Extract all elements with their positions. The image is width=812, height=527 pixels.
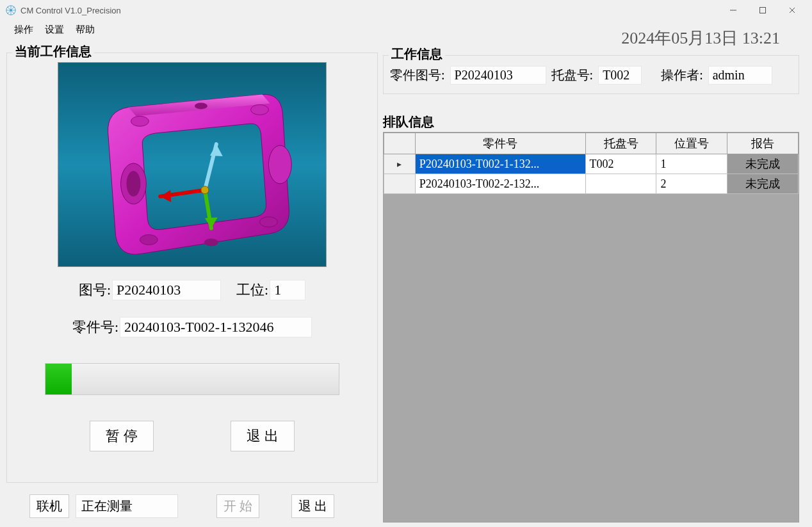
svg-point-12 [140,234,158,245]
status-display: 正在测量 [76,494,178,518]
progress-fill [45,364,72,394]
wi-operator-label: 操作者: [661,67,703,84]
svg-point-10 [131,116,149,126]
cell-tray[interactable]: T002 [585,154,656,174]
svg-point-16 [268,145,291,184]
col-part-header[interactable]: 零件号 [415,133,585,154]
current-work-group: 当前工作信息 [6,53,378,483]
cell-report[interactable]: 未完成 [727,154,799,174]
col-tray-header[interactable]: 托盘号 [585,133,656,154]
window-title: CM Control V1.0_Precision [20,6,121,15]
row-indicator: ▸ [384,154,416,174]
close-button[interactable] [777,0,807,20]
progress-bar [45,363,339,395]
pause-button[interactable]: 暂 停 [90,421,154,451]
drawing-value: P20240103 [112,280,221,300]
start-button[interactable]: 开 始 [216,494,259,518]
datetime-display: 2024年05月13日 13:21 [621,27,780,49]
table-row[interactable]: P20240103-T002-2-132...2未完成 [384,174,799,194]
work-info-group: 工作信息 零件图号: P20240103 托盘号: T002 操作者: admi… [383,55,799,94]
wi-operator-value: admin [708,66,772,85]
row-indicator [384,174,416,194]
svg-marker-24 [210,144,223,156]
minimize-button[interactable] [719,0,748,20]
svg-rect-7 [760,8,766,13]
svg-point-13 [259,217,277,227]
menu-settings[interactable]: 设置 [45,24,64,36]
menu-operate[interactable]: 操作 [14,24,33,36]
maximize-button[interactable] [748,0,777,20]
part-label: 零件号: [72,318,118,337]
col-pos-header[interactable]: 位置号 [656,133,727,154]
svg-point-25 [201,186,209,194]
cell-report[interactable]: 未完成 [727,174,799,194]
table-row[interactable]: ▸P20240103-T002-1-132...T0021未完成 [384,154,799,174]
cell-pos[interactable]: 2 [656,174,727,194]
station-label: 工位: [236,280,268,300]
queue-grid[interactable]: 零件号 托盘号 位置号 报告 ▸P20240103-T002-1-132...T… [383,132,799,523]
svg-point-15 [126,171,140,197]
svg-point-18 [204,238,218,246]
exit-button[interactable]: 退 出 [291,494,334,518]
connect-button[interactable]: 联机 [29,494,69,518]
cell-part[interactable]: P20240103-T002-2-132... [415,174,585,194]
svg-point-17 [195,102,207,109]
wi-drawing-label: 零件图号: [390,67,445,84]
svg-marker-20 [160,190,171,202]
current-work-title: 当前工作信息 [12,43,94,60]
window-controls [719,0,807,20]
exit-inner-button[interactable]: 退 出 [231,421,295,451]
cell-pos[interactable]: 1 [656,154,727,174]
wi-drawing-value: P20240103 [450,66,546,85]
wi-tray-label: 托盘号: [551,67,594,84]
titlebar: CM Control V1.0_Precision [0,0,812,20]
menu-help[interactable]: 帮助 [76,24,95,36]
svg-point-11 [251,104,269,115]
model-3d-view[interactable] [58,62,327,267]
cell-part[interactable]: P20240103-T002-1-132... [415,154,585,174]
app-icon [5,4,17,16]
queue-title: 排队信息 [383,113,799,131]
drawing-label: 图号: [79,280,111,300]
work-info-title: 工作信息 [389,45,445,63]
col-report-header[interactable]: 报告 [727,133,799,154]
cell-tray[interactable] [585,174,656,194]
wi-tray-value: T002 [598,66,642,85]
station-value: 1 [270,280,305,300]
grid-corner [384,133,416,154]
part-value: 20240103-T002-1-132046 [120,317,312,337]
